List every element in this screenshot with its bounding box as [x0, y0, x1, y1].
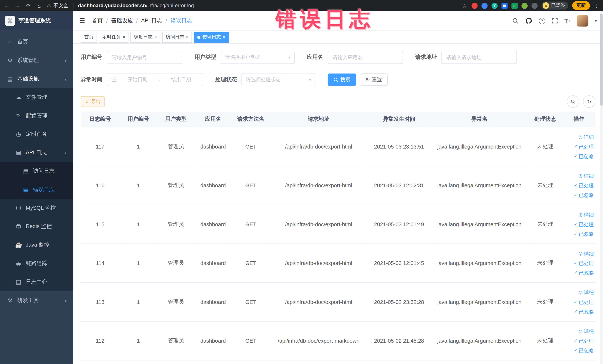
- action-detail-link[interactable]: ◎详细: [564, 171, 594, 181]
- close-icon[interactable]: ×: [186, 35, 188, 39]
- database-icon: ⛁: [15, 205, 22, 211]
- more-menu-icon[interactable]: ⋮: [594, 2, 599, 9]
- sidebar-item-home[interactable]: ⌂ 首页: [0, 33, 73, 51]
- sidebar-item-file-management[interactable]: ☁ 文件管理: [0, 88, 73, 107]
- action-ignored-link[interactable]: ✓已忽略: [564, 151, 594, 161]
- check-icon: ✓: [574, 181, 578, 190]
- breadcrumb-item[interactable]: 首页: [92, 17, 103, 24]
- tab-schedule-log[interactable]: 调度日志 ×: [130, 32, 160, 42]
- close-icon[interactable]: ×: [223, 35, 225, 39]
- action-ignored-link[interactable]: ✓已忽略: [564, 190, 594, 200]
- breadcrumb-item[interactable]: API 日志: [141, 17, 162, 24]
- refresh-table-button[interactable]: ↻: [583, 95, 595, 108]
- scrollbar[interactable]: [600, 11, 603, 364]
- action-ignored-link[interactable]: ✓已忽略: [564, 307, 594, 316]
- action-detail-link[interactable]: ◎详细: [564, 132, 594, 142]
- sidebar-item-api-log[interactable]: ▣ API 日志 ▴: [0, 143, 73, 162]
- extension-icon[interactable]: [481, 2, 487, 9]
- user-avatar[interactable]: [577, 15, 588, 26]
- filter-user-type: 用户类型 请选择用户类型 ▾: [195, 51, 295, 64]
- sidebar-item-mysql-monitor[interactable]: ⛁ MySQL 监控: [0, 199, 73, 218]
- user-type-select[interactable]: 请选择用户类型 ▾: [221, 51, 295, 64]
- user-id-input[interactable]: [107, 51, 182, 64]
- export-button[interactable]: ↧ 导出: [81, 96, 104, 107]
- breadcrumb-item[interactable]: 基础设施: [111, 17, 133, 24]
- process-status-select[interactable]: 请选择处理状态 ▾: [242, 73, 315, 86]
- cell-status: 未处理: [528, 205, 563, 244]
- github-icon[interactable]: [525, 17, 532, 24]
- action-processed-link[interactable]: ✓已处理: [564, 142, 594, 151]
- browser-update-button[interactable]: 更新: [572, 1, 590, 10]
- security-indicator[interactable]: ⚠ 不安全: [47, 2, 69, 9]
- active-dot-icon: [197, 35, 201, 39]
- action-processed-link[interactable]: ✓已处理: [564, 181, 594, 190]
- bookmark-star-icon[interactable]: ☆: [462, 2, 468, 9]
- sidebar-item-redis-monitor[interactable]: ⛃ Redis 监控: [0, 217, 73, 236]
- help-icon[interactable]: ?: [539, 17, 545, 24]
- extension-icon[interactable]: Y: [491, 2, 498, 9]
- action-detail-link[interactable]: ◎详细: [564, 288, 594, 297]
- sidebar-item-log-center[interactable]: ▤ 日志中心: [0, 273, 73, 291]
- sidebar-item-config-management[interactable]: ✎ 配置管理: [0, 107, 73, 125]
- scrollbar-thumb[interactable]: [600, 13, 603, 106]
- font-size-icon[interactable]: TT: [564, 17, 570, 24]
- back-icon[interactable]: ←: [4, 2, 10, 9]
- sidebar-item-label: 定时任务: [26, 131, 47, 138]
- tab-scheduled-jobs[interactable]: 定时任务 ×: [99, 32, 129, 42]
- request-url-input[interactable]: [441, 51, 517, 64]
- search-icon: [334, 77, 338, 82]
- action-ignored-link[interactable]: ✓已忽略: [564, 229, 594, 239]
- avatar-caret-icon[interactable]: ▾: [595, 19, 597, 23]
- tab-home[interactable]: 首页: [81, 32, 97, 42]
- export-button-label: 导出: [91, 98, 100, 105]
- sidebar-item-label: 基础设施: [17, 75, 39, 82]
- extension-on-icon[interactable]: on: [511, 2, 518, 9]
- sidebar-item-scheduled-jobs[interactable]: ◷ 定时任务: [0, 125, 73, 143]
- reset-button[interactable]: ↻ 重置: [360, 73, 388, 86]
- address-bar[interactable]: dashboard.yudao.iocoder.cn/infra/log/api…: [78, 3, 194, 9]
- action-detail-link[interactable]: ◎详细: [564, 249, 594, 258]
- cell-log-id: 117: [81, 127, 120, 166]
- close-icon[interactable]: ×: [123, 35, 125, 39]
- extension-icon[interactable]: [471, 2, 477, 9]
- search-button[interactable]: 搜索: [328, 73, 356, 86]
- app-name-input[interactable]: [328, 51, 403, 64]
- extension-puzzle-icon[interactable]: [532, 2, 538, 9]
- date-start-placeholder: 开始日期: [120, 76, 155, 83]
- forward-icon[interactable]: →: [15, 2, 21, 9]
- cell-user-id: 1: [120, 205, 157, 244]
- action-detail-link[interactable]: ◎详细: [564, 326, 594, 336]
- app-logo[interactable]: 🐰 芋道管理系统: [0, 11, 73, 30]
- extension-leaf-icon[interactable]: [522, 2, 528, 9]
- sidebar-item-access-log[interactable]: ▤ 访问日志: [0, 162, 73, 180]
- extension-grid-icon[interactable]: ▦: [501, 2, 508, 9]
- action-processed-link[interactable]: ✓已处理: [564, 336, 594, 346]
- date-range-picker[interactable]: 开始日期 - 结束日期: [107, 73, 203, 86]
- action-processed-link[interactable]: ✓已处理: [564, 297, 594, 307]
- breadcrumb-current: 错误日志: [171, 17, 192, 24]
- home-nav-icon[interactable]: ⌂: [36, 2, 42, 9]
- profile-chip[interactable]: ☻ 已暂停: [542, 1, 568, 10]
- reload-icon[interactable]: ⟳: [25, 2, 32, 9]
- search-icon[interactable]: [512, 17, 519, 24]
- sidebar-collapse-icon[interactable]: ☰: [79, 17, 85, 25]
- tab-error-log[interactable]: 错误日志 ×: [194, 32, 229, 42]
- sidebar-item-dev-tools[interactable]: ⚒ 研发工具 ▾: [0, 291, 73, 310]
- action-processed-link[interactable]: ✓已处理: [564, 258, 594, 268]
- cell-exception: java.lang.IllegalArgumentException: [431, 321, 528, 360]
- sidebar-item-infrastructure[interactable]: ▤ 基础设施 ▴: [0, 70, 73, 88]
- action-detail-link[interactable]: ◎详细: [564, 210, 594, 220]
- sidebar-item-system-management[interactable]: ⚙ 系统管理 ▾: [0, 51, 73, 70]
- fullscreen-icon[interactable]: [552, 18, 558, 24]
- close-icon[interactable]: ×: [154, 35, 157, 39]
- sidebar-item-java-monitor[interactable]: ☕ Java 监控: [0, 236, 73, 254]
- tab-access-log[interactable]: 访问日志 ×: [162, 32, 192, 42]
- action-ignored-link[interactable]: ✓已忽略: [564, 268, 594, 278]
- toggle-search-button[interactable]: [567, 95, 579, 108]
- action-processed-link[interactable]: ✓已处理: [564, 220, 594, 229]
- action-ignored-link[interactable]: ✓已忽略: [564, 346, 594, 355]
- sidebar-item-error-log[interactable]: ▤ 错误日志: [0, 180, 73, 199]
- cell-log-id: 114: [81, 244, 120, 282]
- cell-method: GET: [232, 127, 270, 166]
- sidebar-item-tracing[interactable]: ◉ 链路追踪: [0, 254, 73, 273]
